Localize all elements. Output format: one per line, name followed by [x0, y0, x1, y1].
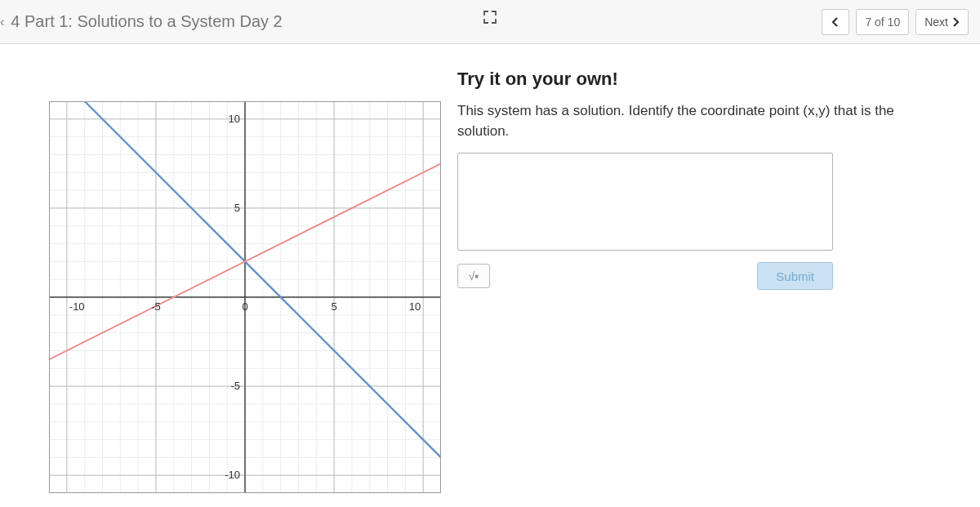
- svg-text:10: 10: [229, 113, 240, 125]
- question-prompt: This system has a solution. Identify the…: [457, 101, 931, 141]
- svg-text:-5: -5: [230, 380, 240, 392]
- math-input-toggle[interactable]: √▪: [457, 264, 490, 288]
- answer-input[interactable]: [457, 153, 833, 251]
- math-input-toggle-label: √▪: [469, 269, 479, 282]
- submit-button-label: Submit: [776, 269, 814, 283]
- svg-text:-10: -10: [69, 300, 85, 313]
- svg-text:-5: -5: [151, 300, 161, 313]
- svg-text:10: 10: [409, 300, 421, 313]
- coordinate-graph: -10-50510-10-5510: [49, 101, 441, 493]
- truncated-left-icon: ‹: [0, 15, 6, 29]
- prev-button[interactable]: [822, 9, 849, 35]
- svg-text:-10: -10: [225, 469, 240, 481]
- next-button[interactable]: Next: [915, 9, 969, 35]
- svg-text:5: 5: [331, 300, 336, 313]
- svg-text:0: 0: [242, 300, 247, 313]
- graph-panel: -10-50510-10-5510: [49, 101, 441, 496]
- expand-icon[interactable]: [483, 10, 497, 28]
- chevron-right-icon: [951, 16, 960, 28]
- svg-text:5: 5: [234, 202, 240, 214]
- submit-button[interactable]: Submit: [757, 262, 833, 290]
- page-indicator: 7 of 10: [856, 9, 909, 35]
- question-heading: Try it on your own!: [457, 69, 931, 90]
- lesson-title: 4 Part 1: Solutions to a System Day 2: [11, 12, 282, 31]
- next-button-label: Next: [924, 16, 948, 29]
- page-indicator-label: 7 of 10: [865, 16, 900, 29]
- chevron-left-icon: [831, 16, 840, 28]
